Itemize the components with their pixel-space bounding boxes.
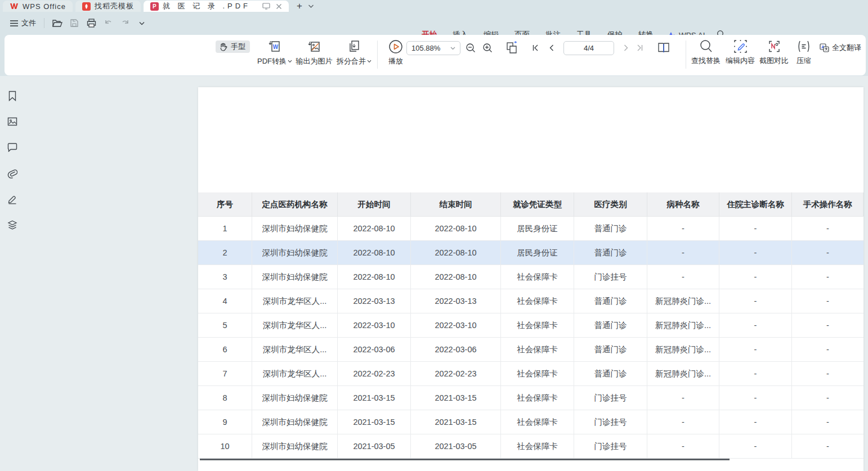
attachment-panel-button[interactable]: [5, 166, 20, 181]
table-cell: 门诊挂号: [574, 410, 647, 434]
zoom-level-value: 105.88%: [411, 44, 440, 52]
layers-icon: [7, 220, 17, 230]
table-cell: 2022-08-10: [411, 265, 501, 289]
table-cell: 2022-08-10: [338, 241, 411, 264]
file-menu-button[interactable]: 文件: [7, 16, 39, 30]
comment-panel-button[interactable]: [5, 140, 20, 155]
tab-wps-home[interactable]: WPS Office: [3, 1, 73, 12]
export-image-button[interactable]: 输出为图片: [296, 39, 332, 66]
compress-icon: [797, 39, 811, 53]
print-button[interactable]: [83, 16, 100, 30]
table-cell: -: [719, 386, 792, 410]
tab-document-active[interactable]: P 就 医 记 录 .PDF: [144, 1, 289, 12]
edit-content-label: 编辑内容: [726, 56, 755, 66]
table-cell: 2021-03-15: [338, 410, 411, 434]
table-cell: 4: [198, 289, 252, 313]
table-row[interactable]: 2深圳市妇幼保健院2022-08-102022-08-10居民身份证普通门诊--…: [198, 241, 863, 265]
docer-icon: [82, 2, 91, 11]
table-row[interactable]: 3深圳市妇幼保健院2022-08-102022-08-10社会保障卡门诊挂号--…: [198, 265, 863, 289]
table-cell: 普通门诊: [574, 338, 647, 361]
table-row[interactable]: 7深圳市龙华区人...2022-02-232022-02-23社会保障卡普通门诊…: [198, 362, 863, 386]
zoom-level-select[interactable]: 105.88%: [406, 41, 460, 55]
table-cell: 2: [198, 241, 252, 264]
table-row[interactable]: 8深圳市妇幼保健院2021-03-152021-03-15社会保障卡门诊挂号--…: [198, 386, 863, 410]
table-cell: -: [792, 362, 863, 385]
new-tab-button[interactable]: +: [294, 1, 305, 12]
signature-panel-button[interactable]: [5, 192, 20, 207]
redo-button[interactable]: [117, 16, 133, 30]
compress-label: 压缩: [797, 56, 811, 66]
full-translate-button[interactable]: A 全文翻译: [820, 43, 861, 53]
table-cell: 2021-03-05: [338, 434, 411, 458]
find-replace-button[interactable]: 查找替换: [690, 39, 722, 66]
open-file-button[interactable]: [49, 16, 66, 30]
bookmark-icon: [8, 91, 17, 101]
table-cell: 深圳市妇幼保健院: [252, 386, 338, 410]
signature-pen-icon: [7, 194, 17, 204]
table-cell: 深圳市妇幼保健院: [252, 265, 338, 289]
table-cell: 社会保障卡: [501, 289, 574, 313]
table-cell: 2022-03-10: [338, 313, 411, 337]
table-row[interactable]: 1深圳市妇幼保健院2022-08-102022-08-10居民身份证普通门诊--…: [198, 217, 863, 241]
window-tab-bar: WPS Office 找稻壳模板 P 就 医 记 录 .PDF +: [0, 0, 868, 12]
divider: [686, 41, 686, 69]
prev-page-icon: [549, 44, 554, 51]
table-cell: 5: [198, 313, 252, 337]
layers-panel-button[interactable]: [5, 218, 20, 232]
find-replace-icon: [699, 39, 713, 53]
last-page-button[interactable]: [632, 41, 647, 55]
table-row[interactable]: 6深圳市龙华区人...2022-03-062022-03-06社会保障卡普通门诊…: [198, 338, 863, 362]
screenshot-compare-icon: [767, 39, 781, 53]
table-row[interactable]: 5深圳市龙华区人...2022-03-102022-03-10社会保障卡普通门诊…: [198, 313, 863, 338]
prev-page-button[interactable]: [543, 41, 559, 55]
table-cell: 2022-08-10: [411, 241, 501, 264]
chevron-down-icon: [367, 60, 372, 63]
play-button[interactable]: 播放: [383, 39, 409, 66]
wps-office-window: WPS Office 找稻壳模板 P 就 医 记 录 .PDF +: [0, 0, 868, 471]
first-page-button[interactable]: [527, 41, 543, 55]
monitor-icon[interactable]: [262, 3, 270, 10]
tab-docer[interactable]: 找稻壳模板: [75, 1, 141, 12]
split-merge-button[interactable]: 拆分合并: [335, 39, 373, 66]
table-row[interactable]: 9深圳市妇幼保健院2021-03-152021-03-15社会保障卡门诊挂号--…: [198, 410, 863, 434]
page-number-input[interactable]: 4/4: [563, 41, 614, 55]
table-cell: 2022-03-13: [411, 289, 501, 313]
tab-document-label: 就 医 记 录 .PDF: [163, 1, 250, 11]
table-cell: -: [719, 241, 792, 264]
screenshot-compare-button[interactable]: 截图对比: [758, 39, 790, 66]
pdf-page[interactable]: 序号定点医药机构名称开始时间结束时间就诊凭证类型医疗类别病种名称住院主诊断名称手…: [198, 87, 863, 471]
close-tab-icon[interactable]: [276, 3, 282, 10]
tab-list-chevron-icon[interactable]: [308, 4, 314, 8]
table-cell: 7: [198, 362, 252, 385]
tab-docer-label: 找稻壳模板: [95, 1, 134, 11]
compress-button[interactable]: 压缩: [792, 39, 816, 66]
comment-icon: [7, 143, 17, 152]
file-menu-label: 文件: [21, 18, 36, 28]
save-button[interactable]: [66, 16, 83, 30]
document-workspace: 序号定点医药机构名称开始时间结束时间就诊凭证类型医疗类别病种名称住院主诊断名称手…: [0, 76, 868, 471]
find-replace-label: 查找替换: [691, 56, 721, 66]
pdf-convert-button[interactable]: W PDF转换: [256, 39, 294, 66]
zoom-in-button[interactable]: [480, 41, 495, 55]
table-row[interactable]: 10深圳市妇幼保健院2021-03-052021-03-05社会保障卡门诊挂号-…: [198, 434, 863, 459]
table-cell: 6: [198, 338, 252, 361]
swap-pages-button[interactable]: [503, 39, 521, 56]
table-cell: -: [719, 362, 792, 385]
bookmark-panel-button[interactable]: [5, 88, 20, 103]
zoom-out-button[interactable]: [463, 41, 478, 55]
table-cell: 门诊挂号: [574, 434, 647, 458]
table-cell: 深圳市龙华区人...: [252, 289, 338, 313]
hand-tool-button[interactable]: 手型: [216, 41, 250, 53]
table-cell: 2022-08-10: [411, 217, 501, 240]
table-cell: -: [647, 410, 719, 434]
thumbnail-panel-button[interactable]: [5, 114, 20, 129]
table-row[interactable]: 4深圳市龙华区人...2022-03-132022-03-13社会保障卡普通门诊…: [198, 289, 863, 313]
read-mode-button[interactable]: [655, 39, 673, 56]
edit-content-button[interactable]: 编辑内容: [724, 39, 756, 66]
page-indicator: 4/4: [584, 44, 594, 52]
table-cell: 普通门诊: [574, 313, 647, 337]
undo-button[interactable]: [100, 16, 117, 30]
screenshot-compare-label: 截图对比: [759, 56, 789, 66]
quickbar-more-button[interactable]: [133, 16, 150, 30]
table-cell: 2022-02-23: [338, 362, 411, 385]
